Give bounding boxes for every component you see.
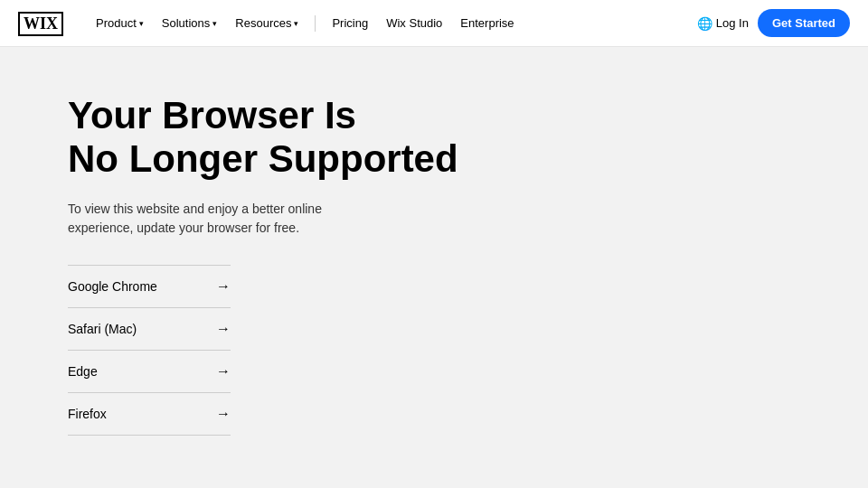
browser-list: Google Chrome→Safari (Mac)→Edge→Firefox→ xyxy=(68,265,231,436)
navbar: WIX Product▾Solutions▾Resources▾PricingW… xyxy=(0,0,868,47)
browser-name: Edge xyxy=(68,364,98,379)
hero-title-line2: No Longer Supported xyxy=(68,137,458,180)
browser-item-safari--mac-[interactable]: Safari (Mac)→ xyxy=(68,308,231,351)
wix-logo[interactable]: WIX xyxy=(18,11,63,36)
arrow-right-icon: → xyxy=(216,406,231,422)
nav-link-enterprise[interactable]: Enterprise xyxy=(453,11,521,35)
browser-name: Safari (Mac) xyxy=(68,322,137,336)
arrow-right-icon: → xyxy=(216,278,231,295)
arrow-right-icon: → xyxy=(216,321,231,337)
arrow-right-icon: → xyxy=(216,363,231,380)
chevron-down-icon: ▾ xyxy=(212,19,217,28)
nav-divider xyxy=(315,15,316,32)
browser-item-google-chrome[interactable]: Google Chrome→ xyxy=(68,265,231,308)
hero-title-line1: Your Browser Is xyxy=(68,94,356,136)
browser-name: Firefox xyxy=(68,407,107,421)
nav-link-product[interactable]: Product▾ xyxy=(89,11,151,35)
nav-link-resources[interactable]: Resources▾ xyxy=(228,11,306,35)
browser-item-edge[interactable]: Edge→ xyxy=(68,351,231,393)
nav-link-solutions[interactable]: Solutions▾ xyxy=(155,11,224,35)
browser-item-firefox[interactable]: Firefox→ xyxy=(68,393,231,436)
main-content: Your Browser Is No Longer Supported To v… xyxy=(0,47,868,436)
hero-subtitle: To view this website and enjoy a better … xyxy=(68,200,357,238)
nav-link-wix-studio[interactable]: Wix Studio xyxy=(379,11,449,35)
hero-title: Your Browser Is No Longer Supported xyxy=(68,94,800,182)
nav-links: Product▾Solutions▾Resources▾PricingWix S… xyxy=(89,11,697,35)
chevron-down-icon: ▾ xyxy=(139,19,144,28)
chevron-down-icon: ▾ xyxy=(294,19,298,28)
browser-name: Google Chrome xyxy=(68,279,157,294)
get-started-button[interactable]: Get Started xyxy=(758,9,850,37)
login-label: Log In xyxy=(716,16,749,30)
nav-link-pricing[interactable]: Pricing xyxy=(325,11,375,35)
login-button[interactable]: 🌐 Log In xyxy=(697,16,749,31)
nav-right: 🌐 Log In Get Started xyxy=(697,9,850,37)
globe-icon: 🌐 xyxy=(697,16,712,31)
